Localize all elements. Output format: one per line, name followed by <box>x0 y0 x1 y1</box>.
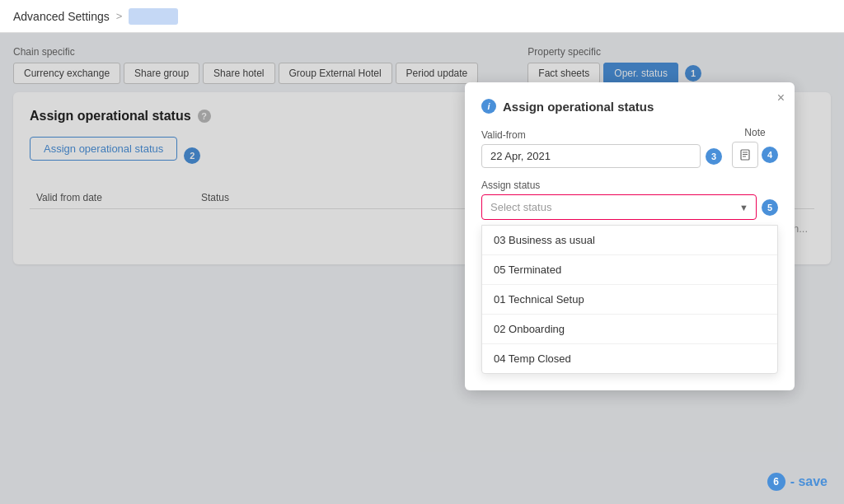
assign-status-label: Assign status <box>481 180 778 191</box>
dropdown-item-02[interactable]: 02 Onboarding <box>482 315 777 344</box>
save-label: - save <box>790 474 828 489</box>
assign-status-group: Assign status Select status 03 Business … <box>481 180 778 220</box>
modal-title: i Assign operational status <box>481 99 778 114</box>
badge-6: 6 <box>767 473 785 491</box>
modal-overlay: × i Assign operational status Valid-from… <box>0 33 844 504</box>
assign-status-modal: × i Assign operational status Valid-from… <box>465 82 795 390</box>
valid-from-group: Valid-from 3 <box>481 129 722 168</box>
modal-info-icon: i <box>481 99 496 114</box>
status-dropdown-list: 03 Business as usual 05 Terminated 01 Te… <box>481 225 778 374</box>
badge-4: 4 <box>762 147 778 163</box>
dropdown-item-05[interactable]: 05 Terminated <box>482 255 777 285</box>
dropdown-item-03[interactable]: 03 Business as usual <box>482 226 777 255</box>
breadcrumb-tag <box>129 8 178 25</box>
status-select[interactable]: Select status 03 Business as usual 05 Te… <box>481 194 757 220</box>
note-label: Note <box>744 127 765 138</box>
dropdown-item-04[interactable]: 04 Temp Closed <box>482 344 777 373</box>
badge-5: 5 <box>762 199 778 216</box>
valid-from-row: Valid-from 3 Note <box>481 127 778 168</box>
valid-from-label: Valid-from <box>481 129 722 141</box>
footer-save-area: 6 - save <box>767 473 828 491</box>
breadcrumb-title: Advanced Settings <box>13 10 110 23</box>
note-group: Note 4 <box>732 127 778 168</box>
valid-from-input[interactable] <box>481 144 701 168</box>
modal-close-button[interactable]: × <box>777 91 785 105</box>
dropdown-item-01[interactable]: 01 Technical Setup <box>482 285 777 315</box>
badge-3: 3 <box>706 148 722 165</box>
header: Advanced Settings > <box>0 0 844 33</box>
breadcrumb-separator: > <box>116 10 123 22</box>
note-button[interactable] <box>732 142 758 168</box>
